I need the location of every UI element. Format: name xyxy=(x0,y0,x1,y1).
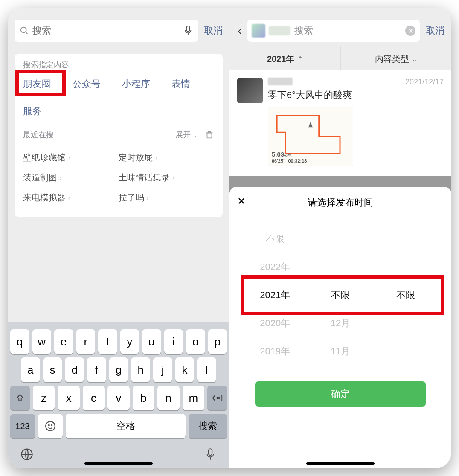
picker-item[interactable] xyxy=(308,225,373,253)
key-z[interactable]: z xyxy=(33,386,55,410)
search-bar[interactable] xyxy=(15,20,198,42)
key-y[interactable]: y xyxy=(120,329,139,354)
numeric-key[interactable]: 123 xyxy=(10,414,35,438)
key-d[interactable]: d xyxy=(65,357,84,382)
user-name-redacted xyxy=(269,26,290,35)
picker-item[interactable]: 不限 xyxy=(308,281,373,309)
svg-rect-4 xyxy=(207,133,212,138)
picker-item[interactable]: 2022年 xyxy=(242,253,308,281)
search-icon xyxy=(20,26,29,35)
search-key[interactable]: 搜索 xyxy=(189,414,227,438)
clear-button[interactable]: ✕ xyxy=(405,26,415,36)
shift-key[interactable] xyxy=(10,386,30,410)
key-o[interactable]: o xyxy=(186,329,205,354)
backspace-key[interactable] xyxy=(207,386,227,410)
key-v[interactable]: v xyxy=(107,386,129,410)
key-w[interactable]: w xyxy=(32,329,52,354)
recent-item[interactable]: 装逼制图› xyxy=(23,168,119,188)
key-i[interactable]: i xyxy=(164,329,183,354)
date-picker-sheet: ✕ 请选择发布时间 不限2022年2021年2020年2019年 不限12月11… xyxy=(230,187,451,468)
picker-item[interactable] xyxy=(373,225,439,253)
expand-button[interactable]: 展开 ⌄ xyxy=(175,130,198,140)
cancel-button[interactable]: 取消 xyxy=(420,24,444,37)
recent-item[interactable]: 壁纸珍藏馆› xyxy=(23,148,119,168)
search-row: ‹ 搜索 ✕ 取消 xyxy=(230,8,451,46)
back-button[interactable]: ‹ xyxy=(235,24,247,38)
picker-col-day[interactable]: 不限 xyxy=(373,231,439,359)
key-b[interactable]: b xyxy=(133,386,154,410)
key-a[interactable]: a xyxy=(21,357,40,382)
cat-moments-label: 朋友圈 xyxy=(23,78,51,89)
space-key[interactable]: 空格 xyxy=(66,414,186,438)
key-u[interactable]: u xyxy=(142,329,161,354)
picker-item[interactable]: 2020年 xyxy=(242,309,308,337)
globe-icon[interactable] xyxy=(20,448,33,461)
search-input[interactable] xyxy=(29,25,183,36)
svg-point-8 xyxy=(49,425,49,426)
picker-col-month[interactable]: 不限12月11月 xyxy=(308,231,373,359)
picker-item[interactable] xyxy=(308,253,373,281)
picker-item[interactable] xyxy=(373,337,439,366)
cat-sticker[interactable]: 表情 xyxy=(171,78,190,90)
picker-item[interactable]: 11月 xyxy=(308,337,373,366)
cancel-button[interactable]: 取消 xyxy=(198,24,223,37)
keyboard[interactable]: qwertyuiop asdfghjkl zxcvbnm 123 xyxy=(8,322,230,468)
key-s[interactable]: s xyxy=(43,357,62,382)
key-q[interactable]: q xyxy=(10,329,29,354)
emoji-key[interactable] xyxy=(38,414,63,438)
confirm-button[interactable]: 确定 xyxy=(255,381,426,407)
picker-item[interactable]: 不限 xyxy=(242,225,308,253)
key-k[interactable]: k xyxy=(175,357,195,382)
home-indicator xyxy=(306,462,375,465)
filter-year[interactable]: 2021年⌃ xyxy=(230,46,340,72)
key-x[interactable]: x xyxy=(58,386,79,410)
trash-icon[interactable] xyxy=(205,130,214,139)
chevron-right-icon: › xyxy=(147,194,149,201)
key-c[interactable]: c xyxy=(83,386,105,410)
feed-author-redacted xyxy=(268,78,293,85)
map-thumbnail[interactable]: 5.03公里 06'25" 00:32:18 xyxy=(268,107,353,166)
recent-item[interactable]: 拉了吗› xyxy=(119,188,214,208)
date-picker[interactable]: 不限2022年2021年2020年2019年 不限12月11月 不限 xyxy=(230,218,451,372)
recent-item[interactable]: 来电模拟器› xyxy=(23,188,119,208)
picker-item[interactable]: 不限 xyxy=(373,281,439,309)
picker-item[interactable]: 2021年 xyxy=(242,281,308,309)
key-h[interactable]: h xyxy=(131,357,150,382)
picker-item[interactable] xyxy=(373,309,439,337)
recent-list: 壁纸珍藏馆› 装逼制图› 来电模拟器› 定时放屁› 土味情话集录› 拉了吗› xyxy=(23,148,214,208)
dictation-icon[interactable] xyxy=(204,448,217,461)
picker-item[interactable]: 12月 xyxy=(308,309,373,337)
key-f[interactable]: f xyxy=(87,357,106,382)
chevron-right-icon: › xyxy=(155,154,157,161)
key-e[interactable]: e xyxy=(54,329,73,354)
key-r[interactable]: r xyxy=(76,329,96,354)
key-g[interactable]: g xyxy=(109,357,128,382)
picker-item[interactable]: 2019年 xyxy=(242,337,308,366)
key-t[interactable]: t xyxy=(98,329,117,354)
section-title: 搜索指定内容 xyxy=(23,60,214,70)
cat-official[interactable]: 公众号 xyxy=(73,78,101,90)
cat-service[interactable]: 服务 xyxy=(23,105,42,118)
chevron-down-icon: ⌄ xyxy=(193,132,198,139)
key-m[interactable]: m xyxy=(183,386,204,410)
key-n[interactable]: n xyxy=(157,386,179,410)
filter-type[interactable]: 内容类型⌄ xyxy=(341,46,452,72)
close-button[interactable]: ✕ xyxy=(237,195,246,207)
svg-line-1 xyxy=(26,32,28,34)
key-p[interactable]: p xyxy=(208,329,227,354)
cat-moments[interactable]: 朋友圈 xyxy=(23,78,51,90)
cat-miniapp[interactable]: 小程序 xyxy=(122,78,150,90)
key-l[interactable]: l xyxy=(197,357,216,382)
mic-icon[interactable] xyxy=(183,25,193,36)
recent-item[interactable]: 定时放屁› xyxy=(119,148,214,168)
key-j[interactable]: j xyxy=(153,357,172,382)
avatar xyxy=(252,24,265,38)
search-bar[interactable]: 搜索 ✕ xyxy=(247,20,420,42)
svg-rect-2 xyxy=(186,26,189,32)
picker-item[interactable] xyxy=(373,253,439,281)
filter-type-label: 内容类型 xyxy=(375,53,409,65)
picker-col-year[interactable]: 不限2022年2021年2020年2019年 xyxy=(242,231,308,359)
recent-header: 最近在搜 展开 ⌄ xyxy=(23,130,214,140)
recent-item[interactable]: 土味情话集录› xyxy=(119,168,214,188)
chevron-right-icon: › xyxy=(60,174,62,181)
